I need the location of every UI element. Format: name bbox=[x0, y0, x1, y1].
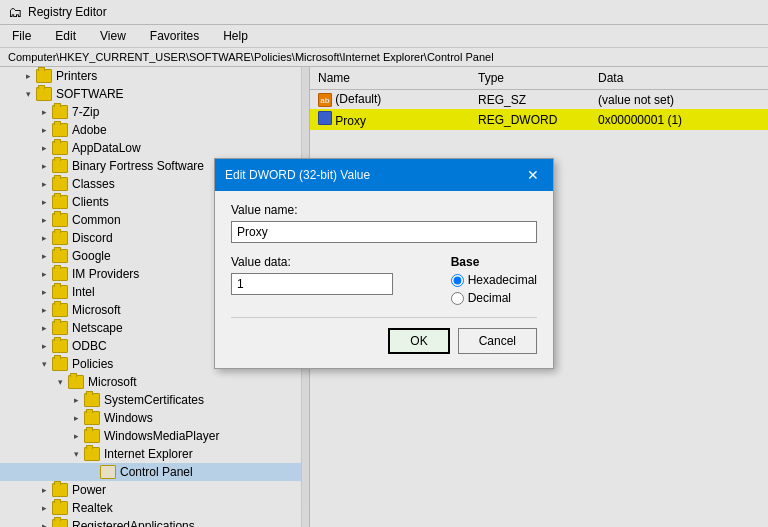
modal-overlay: Edit DWORD (32-bit) Value ✕ Value name: … bbox=[0, 0, 768, 527]
value-data-section: Value data: bbox=[231, 255, 439, 305]
dialog-close-button[interactable]: ✕ bbox=[523, 165, 543, 185]
radio-hex-label: Hexadecimal bbox=[468, 273, 537, 287]
edit-dword-dialog: Edit DWORD (32-bit) Value ✕ Value name: … bbox=[214, 158, 554, 369]
value-name-input[interactable] bbox=[231, 221, 537, 243]
value-data-input[interactable] bbox=[231, 273, 393, 295]
dialog-buttons: OK Cancel bbox=[231, 324, 537, 356]
divider bbox=[231, 317, 537, 318]
dialog-title: Edit DWORD (32-bit) Value bbox=[225, 168, 370, 182]
dialog-title-bar: Edit DWORD (32-bit) Value ✕ bbox=[215, 159, 553, 191]
data-row: Value data: Base Hexadecimal Decimal bbox=[231, 255, 537, 305]
radio-hex-input[interactable] bbox=[451, 274, 464, 287]
ok-button[interactable]: OK bbox=[388, 328, 449, 354]
value-data-label: Value data: bbox=[231, 255, 439, 269]
cancel-button[interactable]: Cancel bbox=[458, 328, 537, 354]
radio-dec-input[interactable] bbox=[451, 292, 464, 305]
radio-hexadecimal[interactable]: Hexadecimal bbox=[451, 273, 537, 287]
radio-dec-label: Decimal bbox=[468, 291, 511, 305]
radio-decimal[interactable]: Decimal bbox=[451, 291, 537, 305]
base-label: Base bbox=[451, 255, 537, 269]
base-group: Base Hexadecimal Decimal bbox=[451, 255, 537, 305]
dialog-body: Value name: Value data: Base Hexadecimal… bbox=[215, 191, 553, 368]
value-name-label: Value name: bbox=[231, 203, 537, 217]
